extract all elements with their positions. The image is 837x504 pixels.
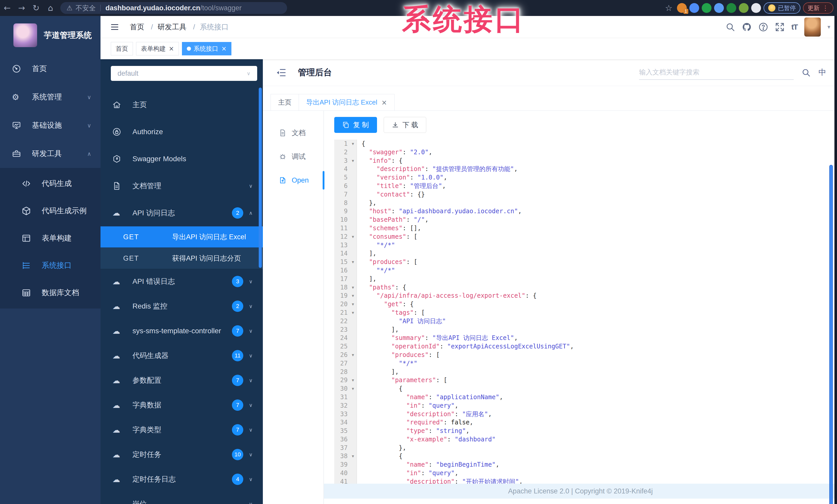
fold-gutter[interactable]: ▾ <box>349 385 357 393</box>
fold-gutter[interactable] <box>349 342 357 351</box>
home-icon[interactable]: ⌂ <box>43 3 58 13</box>
user-avatar[interactable] <box>804 18 821 37</box>
update-badge[interactable]: 更新 ⋮ <box>803 2 833 14</box>
sidebar-item[interactable]: 研发工具 ∧ <box>0 139 101 168</box>
fold-gutter[interactable] <box>349 165 357 173</box>
api-group-item[interactable]: ☁ 代码生成器 11 ∨ <box>101 343 263 368</box>
api-group-item[interactable]: ☁ 定时任务 10 ∨ <box>101 442 263 467</box>
extension-icon[interactable] <box>751 3 761 13</box>
fold-gutter[interactable] <box>349 199 357 207</box>
fold-gutter[interactable] <box>349 444 357 452</box>
fold-gutter[interactable]: ▾ <box>349 156 357 165</box>
fold-gutter[interactable] <box>349 427 357 435</box>
menu-dots-icon[interactable]: ⋮ <box>822 4 829 12</box>
api-group-item[interactable]: 文档管理 ∨ <box>101 172 263 199</box>
fold-gutter[interactable] <box>349 461 357 469</box>
fold-gutter[interactable] <box>349 410 357 418</box>
breadcrumb-item[interactable]: 研发工具 / <box>158 22 200 32</box>
fold-gutter[interactable]: ▾ <box>349 283 357 292</box>
fold-gutter[interactable]: ▾ <box>349 139 357 148</box>
extension-icon[interactable] <box>739 3 749 13</box>
fold-gutter[interactable] <box>349 393 357 402</box>
sidebar-subitem[interactable]: 系统接口 <box>0 252 101 279</box>
tag-view-item[interactable]: 系统接口 × <box>182 42 231 55</box>
sidebar-subitem[interactable]: 表单构建 <box>0 225 101 252</box>
extension-icon[interactable] <box>714 3 724 13</box>
tag-view-item[interactable]: 表单构建 × <box>136 42 179 55</box>
address-bar[interactable]: ⚠ 不安全 dashboard.yudao.iocoder.cn /tool/s… <box>60 2 287 14</box>
fold-gutter[interactable] <box>349 368 357 376</box>
fold-gutter[interactable] <box>349 266 357 275</box>
bookmark-star-icon[interactable]: ☆ <box>663 3 674 13</box>
fold-gutter[interactable] <box>349 216 357 224</box>
fold-gutter[interactable] <box>349 469 357 478</box>
group-select[interactable]: default ∨ <box>111 66 257 81</box>
api-group-item[interactable]: ☁ 字典类型 7 ∨ <box>101 417 263 442</box>
fold-gutter[interactable] <box>349 182 357 190</box>
language-toggle[interactable]: 中 <box>818 67 826 78</box>
fold-gutter[interactable]: ▾ <box>349 258 357 266</box>
window-scrollbar[interactable] <box>834 16 837 504</box>
search-icon[interactable] <box>726 22 735 32</box>
fold-gutter[interactable] <box>349 418 357 427</box>
fold-gutter[interactable] <box>349 402 357 410</box>
api-group-item[interactable]: ☁ 岗位 ∨ <box>101 492 263 504</box>
api-endpoint-item[interactable]: GET 导出API 访问日志 Excel <box>101 226 263 248</box>
sidebar-subitem[interactable]: 数据库文档 <box>0 279 101 306</box>
logo-row[interactable]: 芋道管理系统 <box>0 16 101 55</box>
doc-tab[interactable]: 主页 <box>271 94 299 111</box>
api-group-item[interactable]: 主页 <box>101 91 263 118</box>
doc-tab[interactable]: 导出API 访问日志 Excel × <box>299 94 394 111</box>
api-group-item[interactable]: ☁ sys-sms-template-controller 7 ∨ <box>101 319 263 343</box>
extension-icon[interactable] <box>727 3 736 13</box>
fold-gutter[interactable] <box>349 207 357 216</box>
fold-gutter[interactable]: ▾ <box>349 292 357 300</box>
sidebar-item[interactable]: 首页 <box>0 55 101 83</box>
breadcrumb-item[interactable]: 首页 / <box>130 22 158 32</box>
fold-gutter[interactable] <box>349 190 357 199</box>
swagger-json-editor[interactable]: 1 ▾ { 2 "swagger": "2.0", 3 ▾ "info": { … <box>334 139 837 484</box>
sidebar-subitem[interactable]: 代码生成示例 <box>0 197 101 225</box>
back-icon[interactable]: ← <box>0 3 14 13</box>
api-group-item[interactable]: ☁ 定时任务日志 4 ∨ <box>101 467 263 492</box>
fold-gutter[interactable]: ▾ <box>349 376 357 385</box>
sidebar-scrollbar[interactable] <box>259 88 262 268</box>
fullscreen-icon[interactable] <box>775 22 785 32</box>
fold-gutter[interactable] <box>349 275 357 283</box>
api-endpoint-item[interactable]: GET 获得API 访问日志分页 <box>101 248 263 269</box>
api-group-item[interactable]: ☁ Redis 监控 2 ∨ <box>101 294 263 319</box>
api-group-item[interactable]: ☁ 字典数据 7 ∨ <box>101 393 263 417</box>
api-group-item[interactable]: ☁ API 错误日志 3 ∨ <box>101 269 263 294</box>
fold-gutter[interactable]: ▾ <box>349 351 357 359</box>
api-group-item[interactable]: ☁ 参数配置 7 ∨ <box>101 368 263 393</box>
doc-nav-item[interactable]: 文档 <box>263 121 323 145</box>
sidebar-subitem[interactable]: 代码生成 <box>0 170 101 197</box>
sidebar-item[interactable]: 基础设施 ∨ <box>0 111 101 139</box>
close-icon[interactable]: × <box>381 99 387 106</box>
close-icon[interactable]: × <box>221 45 227 52</box>
fold-gutter[interactable] <box>349 435 357 444</box>
sidebar-item[interactable]: ⚙ 系统管理 ∨ <box>0 83 101 111</box>
caret-down-icon[interactable]: ▾ <box>827 24 830 30</box>
fold-gutter[interactable]: ▾ <box>349 309 357 317</box>
download-button[interactable]: 下 载 <box>384 117 427 133</box>
fold-gutter[interactable] <box>349 173 357 182</box>
fold-gutter[interactable]: ▾ <box>349 300 357 309</box>
content-scrollbar[interactable] <box>829 165 833 504</box>
extension-icon[interactable] <box>689 3 699 13</box>
extension-icon[interactable] <box>702 3 712 13</box>
fold-gutter[interactable] <box>349 325 357 334</box>
fold-gutter[interactable] <box>349 478 357 484</box>
breadcrumb-item[interactable]: 系统接口 <box>200 22 229 32</box>
fold-gutter[interactable] <box>349 241 357 249</box>
fold-gutter[interactable] <box>349 317 357 325</box>
hamburger-icon[interactable] <box>110 22 120 32</box>
fold-gutter[interactable]: ▾ <box>349 232 357 241</box>
doc-nav-item[interactable]: Open <box>263 168 323 192</box>
fold-gutter[interactable] <box>349 224 357 232</box>
tag-view-item[interactable]: 首页 <box>111 42 133 55</box>
reload-icon[interactable]: ↻ <box>29 3 43 13</box>
paused-badge[interactable]: 已暂停 <box>764 2 800 14</box>
fold-gutter[interactable] <box>349 249 357 258</box>
doc-nav-item[interactable]: 调试 <box>263 145 323 168</box>
